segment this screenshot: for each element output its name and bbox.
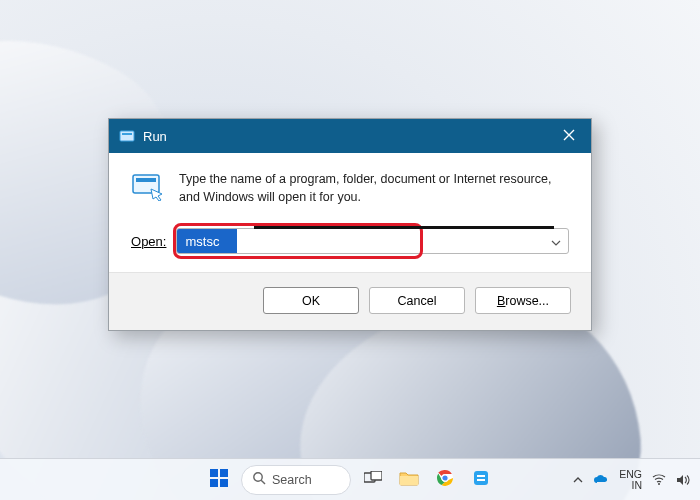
- ok-button[interactable]: OK: [263, 287, 359, 314]
- cancel-button[interactable]: Cancel: [369, 287, 465, 314]
- run-dialog-icon: [119, 128, 135, 144]
- open-input[interactable]: [177, 229, 237, 253]
- svg-point-8: [254, 473, 262, 481]
- task-view-button[interactable]: [359, 466, 387, 494]
- windows-logo-icon: [210, 469, 228, 491]
- run-dialog-title: Run: [143, 129, 167, 144]
- taskbar: Search ENG: [0, 458, 700, 500]
- tray-volume-icon[interactable]: [676, 474, 690, 486]
- search-icon: [252, 471, 266, 488]
- tray-language[interactable]: ENG IN: [619, 469, 642, 490]
- taskbar-search[interactable]: Search: [241, 465, 351, 495]
- folder-icon: [399, 470, 419, 490]
- tray-onedrive-icon[interactable]: [593, 474, 609, 485]
- tray-chevron-up-icon[interactable]: [573, 475, 583, 485]
- svg-rect-2: [133, 175, 159, 193]
- run-dialog-description: Type the name of a program, folder, docu…: [179, 171, 569, 206]
- close-button[interactable]: [547, 119, 591, 153]
- run-dialog-buttons: OK Cancel Browse...: [109, 272, 591, 330]
- svg-rect-18: [477, 479, 485, 481]
- svg-rect-1: [122, 133, 132, 135]
- run-dialog: Run Type the name of a program, folder, …: [108, 118, 592, 331]
- svg-rect-7: [220, 479, 228, 487]
- system-tray: ENG IN: [573, 469, 690, 490]
- svg-rect-4: [210, 469, 218, 477]
- taskbar-app-explorer[interactable]: [395, 466, 423, 494]
- combobox-caret[interactable]: [544, 232, 568, 250]
- svg-rect-11: [371, 471, 382, 480]
- taskbar-app-generic[interactable]: [467, 466, 495, 494]
- app-icon: [472, 469, 490, 491]
- open-label: Open:: [131, 234, 166, 249]
- chevron-down-icon: [551, 232, 561, 250]
- svg-rect-5: [220, 469, 228, 477]
- taskbar-search-placeholder: Search: [272, 473, 312, 487]
- svg-rect-12: [400, 476, 418, 485]
- start-button[interactable]: [205, 466, 233, 494]
- run-hero-icon: [131, 171, 165, 205]
- svg-rect-6: [210, 479, 218, 487]
- browse-button[interactable]: Browse...: [475, 287, 571, 314]
- tray-wifi-icon[interactable]: [652, 474, 666, 485]
- task-view-icon: [364, 471, 382, 489]
- annotation-line: [254, 226, 554, 229]
- svg-rect-17: [477, 475, 485, 477]
- svg-rect-3: [136, 178, 156, 182]
- svg-rect-0: [120, 131, 134, 141]
- chrome-icon: [436, 469, 454, 491]
- svg-line-9: [261, 480, 265, 484]
- open-combobox[interactable]: [176, 228, 569, 254]
- run-dialog-titlebar[interactable]: Run: [109, 119, 591, 153]
- taskbar-app-chrome[interactable]: [431, 466, 459, 494]
- svg-point-19: [658, 483, 660, 485]
- svg-rect-16: [474, 471, 488, 485]
- close-icon: [563, 127, 575, 145]
